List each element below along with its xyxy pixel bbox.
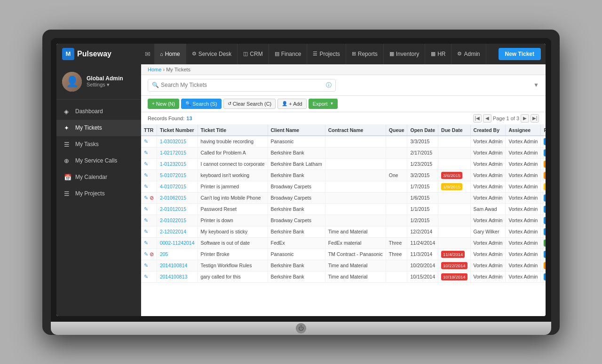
nav-tab-service-desk[interactable]: ⚙ Service Desk	[186, 44, 238, 64]
search-button[interactable]: 🔍 Search (S)	[181, 99, 222, 109]
nav-tab-projects[interactable]: ☰ Projects	[307, 44, 346, 64]
cell-ticket-number[interactable]: 2-12022014	[157, 226, 198, 237]
cell-priority: Medium	[541, 147, 546, 158]
nav-tab-crm[interactable]: ◫ CRM	[238, 44, 269, 64]
col-assignee[interactable]: Assignee	[506, 125, 541, 136]
col-contract-name[interactable]: Contract Name	[325, 125, 386, 136]
edit-icon[interactable]: ✎	[144, 251, 148, 257]
edit-icon[interactable]: ✎	[144, 150, 148, 155]
due-date-badge: 10/22/2014	[441, 262, 467, 269]
clear-search-button[interactable]: ↺ Clear Search (C)	[223, 99, 276, 109]
records-count: 13	[186, 116, 192, 121]
tickets-icon: ✦	[64, 124, 71, 132]
reports-icon: ⊞	[352, 51, 356, 57]
cell-due-date	[438, 215, 471, 226]
search-dropdown-arrow[interactable]: ▼	[533, 82, 539, 88]
edit-icon[interactable]: ✎	[144, 240, 148, 246]
sidebar-item-service-calls[interactable]: ⊕ My Service Calls	[56, 153, 141, 169]
next-page-button[interactable]: ▶	[521, 114, 529, 123]
nav-tab-reports[interactable]: ⊞ Reports	[346, 44, 384, 64]
search-input[interactable]	[161, 82, 326, 88]
cell-assignee: Vortex Admin	[506, 215, 541, 226]
sidebar-item-my-calendar[interactable]: 📅 My Calendar	[56, 169, 141, 186]
col-ticket-number[interactable]: Ticket Number	[157, 125, 198, 136]
cell-due-date: 11/4/2014	[438, 248, 471, 260]
edit-icon[interactable]: ✎	[144, 217, 148, 223]
edit-icon[interactable]: ✎	[144, 139, 148, 144]
edit-icon[interactable]: ✎	[144, 263, 148, 268]
col-client-name[interactable]: Client Name	[268, 125, 325, 136]
cell-priority: Medium	[541, 271, 546, 282]
export-button[interactable]: Export ▼	[309, 99, 338, 109]
cell-ticket-title: My keyboard is sticky	[198, 226, 268, 237]
cell-assignee: Vortex Admin	[506, 136, 541, 147]
nav-tab-home[interactable]: ⌂ Home	[154, 44, 186, 64]
search-info-icon[interactable]: ⓘ	[326, 81, 332, 89]
refresh-icon: ↺	[228, 101, 231, 106]
sidebar-item-my-tasks[interactable]: ☰ My Tasks	[56, 136, 141, 153]
col-ticket-title[interactable]: Ticket Title	[198, 125, 268, 136]
user-settings-link[interactable]: Settings ▾	[87, 82, 123, 88]
add-button[interactable]: 👤 + Add	[277, 99, 306, 109]
first-page-button[interactable]: |◀	[473, 114, 482, 123]
cell-created-by: Vortex Admin	[470, 271, 506, 282]
laptop-base: ⏻	[51, 322, 551, 335]
projects-icon: ☰	[313, 51, 317, 57]
cell-ticket-number[interactable]: 5-01072015	[157, 170, 198, 181]
cell-ticket-number[interactable]: 1-03032015	[157, 136, 198, 147]
sidebar-item-dashboard[interactable]: ◈ Dashboard	[56, 103, 141, 120]
nav-tab-admin[interactable]: ⚙ Admin	[452, 44, 486, 64]
cell-ticket-number[interactable]: 2014100813	[157, 271, 198, 282]
nav-tab-finance[interactable]: ▤ Finance	[269, 44, 308, 64]
search-input-wrap: 🔍 ⓘ	[148, 79, 336, 92]
cell-ticket-number[interactable]: 2-01012015	[157, 203, 198, 215]
cell-priority: Medium	[541, 203, 546, 215]
edit-icon[interactable]: ✎	[144, 195, 148, 201]
cell-ticket-number[interactable]: 1-01232015	[157, 158, 198, 170]
priority-badge: Green	[544, 240, 546, 247]
calendar-icon: 📅	[64, 174, 71, 181]
breadcrumb-home[interactable]: Home	[148, 67, 161, 72]
col-priority[interactable]: Priority	[541, 125, 546, 136]
col-open-date[interactable]: Open Date	[407, 125, 438, 136]
col-queue[interactable]: Queue	[386, 125, 407, 136]
cell-ticket-title: keyboard isn't working	[198, 170, 268, 181]
col-created-by[interactable]: Created By	[470, 125, 506, 136]
last-page-button[interactable]: ▶|	[531, 114, 539, 123]
nav-tab-hr[interactable]: ▦ HR	[425, 44, 452, 64]
tickets-table: TTR Ticket Number Ticket Title Client Na…	[141, 125, 546, 283]
prev-page-button[interactable]: ◀	[483, 114, 491, 123]
logo-area: M Pulseway	[56, 48, 141, 60]
sidebar-item-my-tickets[interactable]: ✦ My Tickets	[56, 120, 141, 136]
nav-tab-inventory[interactable]: ▦ Inventory	[384, 44, 425, 64]
cell-ticket-number[interactable]: 0002-11242014	[157, 237, 198, 248]
edit-icon[interactable]: ✎	[144, 274, 148, 279]
priority-badge: Medium	[544, 228, 546, 235]
cell-priority: Medium	[541, 215, 546, 226]
cell-open-date: 10/20/2014	[407, 260, 438, 271]
edit-icon[interactable]: ✎	[144, 229, 148, 234]
email-icon[interactable]: ✉	[141, 50, 154, 58]
col-due-date[interactable]: Due Date	[438, 125, 471, 136]
cell-ticket-number[interactable]: 205	[157, 248, 198, 260]
cell-ticket-number[interactable]: 4-01072015	[157, 181, 198, 192]
cell-ticket-number[interactable]: 2-01022015	[157, 215, 198, 226]
cell-priority: High	[541, 170, 546, 181]
cell-queue	[386, 181, 407, 192]
cell-ticket-title: Testign Workflow Rules	[198, 260, 268, 271]
cell-contract: Time and Material	[325, 260, 386, 271]
edit-icon[interactable]: ✎	[144, 172, 148, 178]
new-button[interactable]: + New (N)	[148, 99, 179, 109]
cell-ttr: ✎	[141, 170, 157, 181]
cell-ticket-number[interactable]: 1-02172015	[157, 147, 198, 158]
cell-ticket-number[interactable]: 2-01062015	[157, 192, 198, 203]
page-number: 1	[507, 116, 509, 121]
new-ticket-button[interactable]: New Ticket	[499, 48, 541, 60]
edit-icon[interactable]: ✎	[144, 184, 148, 189]
cell-ticket-number[interactable]: 2014100814	[157, 260, 198, 271]
edit-icon[interactable]: ✎	[144, 161, 148, 167]
cell-created-by: Vortex Admin	[470, 147, 506, 158]
edit-icon[interactable]: ✎	[144, 206, 148, 212]
tasks-icon: ☰	[64, 141, 71, 148]
sidebar-item-my-projects[interactable]: ☰ My Projects	[56, 186, 141, 202]
